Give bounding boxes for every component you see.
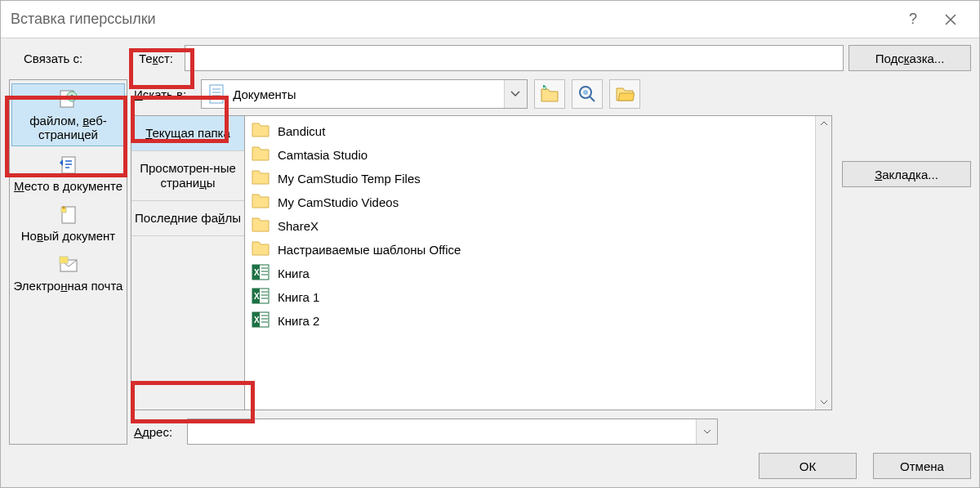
browse-file-button[interactable] <box>609 79 640 109</box>
tab-current-folder[interactable]: Текущая папка <box>131 116 244 151</box>
svg-point-2 <box>70 95 74 98</box>
link-to-place-in-doc[interactable]: Место в документе <box>11 150 125 196</box>
link-to-new-doc[interactable]: Новый документ <box>11 199 125 246</box>
email-icon <box>58 254 79 275</box>
ok-button[interactable]: ОК <box>759 453 857 479</box>
link-to-label: Связать с: <box>9 51 127 65</box>
link-to-email-label: Электронная почта <box>14 279 123 293</box>
chevron-down-icon <box>510 91 520 97</box>
chevron-up-icon <box>820 121 828 126</box>
look-in-combo[interactable]: Документы <box>201 79 527 109</box>
file-row[interactable]: ShareX <box>245 214 815 238</box>
file-name: Книга <box>278 266 310 280</box>
file-row[interactable]: My CamStudio Videos <box>245 190 815 214</box>
file-row[interactable]: Настраиваемые шаблоны Office <box>245 238 815 262</box>
address-combo[interactable] <box>187 419 718 445</box>
tab-browsed-pages-label: Просмотрен-ные страницы <box>140 161 236 190</box>
cancel-button[interactable]: Отмена <box>873 453 971 479</box>
address-input[interactable] <box>188 419 696 444</box>
link-to-new-doc-label: Новый документ <box>21 229 115 243</box>
folder-icon <box>252 240 270 259</box>
scroll-down-button[interactable] <box>817 395 831 410</box>
link-to-email[interactable]: Электронная почта <box>11 249 125 296</box>
svg-text:X: X <box>254 316 260 325</box>
file-name: Книга 1 <box>278 290 319 304</box>
file-row[interactable]: XКнига 1 <box>245 285 815 309</box>
up-one-level-button[interactable]: 5 <box>534 79 565 109</box>
screentip-button[interactable]: Подсказка... <box>849 45 971 71</box>
text-label: Текст: <box>132 48 180 69</box>
file-row[interactable]: Camtasia Studio <box>245 143 815 167</box>
file-name: My CamStudio Temp Files <box>278 172 421 186</box>
folder-icon <box>252 193 270 212</box>
file-name: ShareX <box>278 219 318 233</box>
browse-tabs: Текущая папка Просмотрен-ные страницы По… <box>131 115 245 410</box>
svg-rect-3 <box>62 157 75 173</box>
display-text-input[interactable] <box>185 45 844 71</box>
documents-folder-icon <box>208 83 226 105</box>
chevron-down-icon <box>820 400 828 405</box>
tab-recent-files[interactable]: Последние файлы <box>131 201 244 236</box>
help-button[interactable]: ? <box>894 1 932 38</box>
excel-file-icon: X <box>252 311 270 330</box>
bookmark-button[interactable]: Закладка... <box>842 161 971 187</box>
file-name: Bandicut <box>278 124 325 138</box>
file-name: Настраиваемые шаблоны Office <box>278 243 461 257</box>
link-to-file-web[interactable]: файлом, веб-страницей <box>11 83 125 146</box>
svg-text:X: X <box>254 292 260 301</box>
svg-text:X: X <box>254 268 260 277</box>
file-name: Книга 2 <box>278 314 319 328</box>
file-row[interactable]: My CamStudio Temp Files <box>245 167 815 190</box>
dialog-title: Вставка гиперссылки <box>11 11 894 28</box>
look-in-label: Искать в: <box>131 83 194 106</box>
scroll-up-button[interactable] <box>817 116 831 131</box>
folder-icon <box>252 146 270 164</box>
folder-icon <box>252 122 270 141</box>
link-to-panel: файлом, веб-страницей Место в документе … <box>9 79 127 445</box>
address-dropdown-button[interactable] <box>696 419 717 444</box>
file-name: My CamStudio Videos <box>278 195 399 209</box>
address-label: Адрес: <box>131 420 180 444</box>
link-to-file-web-label: файлом, веб-страницей <box>29 114 107 141</box>
new-doc-icon <box>58 204 79 226</box>
excel-file-icon: X <box>252 264 270 283</box>
browse-web-button[interactable] <box>572 79 603 109</box>
svg-rect-6 <box>60 257 68 263</box>
close-button[interactable] <box>932 1 969 38</box>
svg-text:5: 5 <box>543 85 547 92</box>
file-row[interactable]: XКнига <box>245 262 815 285</box>
tab-recent-files-label: Последние файлы <box>135 211 241 225</box>
titlebar: Вставка гиперссылки ? <box>1 1 979 38</box>
file-row[interactable]: XКнига 2 <box>245 309 815 333</box>
folder-open-icon <box>615 86 635 102</box>
file-web-icon <box>58 89 79 110</box>
chevron-down-icon <box>703 429 711 434</box>
svg-rect-7 <box>210 85 223 103</box>
link-to-place-label: Место в документе <box>14 179 122 193</box>
look-in-dropdown-button[interactable] <box>504 80 527 108</box>
file-row[interactable]: Bandicut <box>245 119 815 143</box>
folder-icon <box>252 169 270 188</box>
folder-up-icon: 5 <box>540 85 559 103</box>
file-list: BandicutCamtasia StudioMy CamStudio Temp… <box>245 115 832 410</box>
svg-point-10 <box>583 90 588 95</box>
insert-hyperlink-dialog: Вставка гиперссылки ? Связать с: Текст: … <box>0 0 980 488</box>
folder-icon <box>252 217 270 235</box>
browse-web-icon <box>578 85 596 103</box>
file-list-scrollbar[interactable] <box>815 116 831 410</box>
file-name: Camtasia Studio <box>278 148 368 162</box>
excel-file-icon: X <box>252 288 270 307</box>
place-in-doc-icon <box>58 154 79 176</box>
tab-current-folder-label: Текущая папка <box>145 126 230 140</box>
tab-browsed-pages[interactable]: Просмотрен-ные страницы <box>131 151 244 201</box>
look-in-value: Документы <box>233 87 503 101</box>
